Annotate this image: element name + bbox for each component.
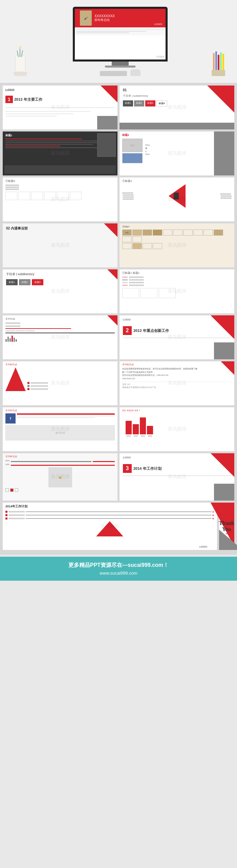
decoration-vase — [7, 55, 34, 76]
gray-corner-decoration — [97, 116, 117, 129]
slide-title3-right: ①标题3 XXXXXXXX ·XXXXXXXX ·XXXXXXXX ·XXXXX… — [120, 177, 234, 221]
title1-list-header: ①标题1 标题1 — [122, 271, 232, 275]
slide-title-lines: ①TITLE XXXXXXXXXXX XXXXXXXXXXX XXXXXXX X… — [3, 315, 117, 359]
slide-tritle-chart: ①TRITLE XXXXXXXXXXXXX XXXXXXXXXXXXX — [3, 361, 117, 405]
slides-row-2: 标题1 菜鸟图库 标题2 IMG XXxx — [3, 131, 234, 175]
monitor: 🎤 XXXXXXXXX 部年终总结 LOGO 菜鸟图库 — [39, 7, 201, 76]
tab-1[interactable]: 标题1 — [123, 100, 133, 106]
slide-hand-tritle: ①TRITLE XXX XXX ✍ 菜鸟图 — [3, 453, 117, 501]
slide-02-title: 02 内通事业部 — [6, 226, 114, 231]
screen-logo: LOGO — [154, 23, 162, 26]
screen-title2: 部年终总结 — [94, 18, 115, 22]
slide-2013-key-work: LOGO 2 2013 年重点创新工作 菜鸟图库 — [120, 315, 234, 359]
plan-2014-title: 2014年工作计划 — [5, 504, 214, 509]
quote-close: ” — [219, 532, 234, 538]
banner-url: www.sucai999.com — [7, 571, 230, 576]
xxxx-label: XX XXXX XX * — [122, 409, 232, 412]
slide-02-section: 02 内通事业部 菜鸟图库 — [3, 223, 117, 267]
slide-2014-plan-detail: 2014年工作计划 XXXXXXXXXXXX ▶ XXXXXXXXXXXX ▶ … — [3, 503, 217, 550]
slides-row-6: ①TITLE XXXXXXXXXXX XXXXXXXXXXX XXXXXXX X… — [3, 315, 234, 359]
banner-main-text: 更多精品PPT资源尽在—sucai999.com！ — [7, 562, 230, 569]
slide-title1-list: ①标题1 标题1 XXXX XXXXXXXXXX1 XXXX XXXXXXXXX… — [120, 269, 234, 313]
quote-open: “ — [219, 514, 234, 520]
slide-logo: LOGO — [5, 88, 15, 92]
slides-container: LOGO 1 2013 年主要工作 菜鸟图库 01 子目录 | subdirec… — [0, 83, 237, 555]
slide-number-badge: 1 — [5, 96, 13, 103]
tritle-hand-label: ①TRITLE — [5, 455, 115, 458]
slide-2014-title: 2014 年工作计划 — [133, 466, 161, 471]
tab-4[interactable]: 标题4 — [156, 100, 167, 106]
slide-01-title: 01 子目录 | subdirectory 标题1 标题2 标题3 标题4 菜鸟… — [120, 86, 234, 129]
slide3-number: 3 — [123, 464, 132, 473]
tritle-label3: ①TRITLE — [5, 409, 115, 412]
slide-2013-key-title: 2013 年重点创新工作 — [133, 328, 169, 333]
slide-main-work: LOGO 1 2013 年主要工作 菜鸟图库 — [3, 86, 117, 129]
tab-3[interactable]: 标题3 — [145, 100, 155, 106]
slide-watermark: 菜鸟图库 — [3, 242, 117, 248]
tab-btn-2[interactable]: 标题2 — [19, 279, 30, 285]
slide-title3-left: ①标题3 XXXXXXXXXXXXXXXXXXXXXXXXXXXXXX 菜鸟图库 — [3, 177, 117, 221]
screen-watermark: 菜鸟图库 — [156, 55, 165, 58]
slide-bar-chart: XX XXXX XX * XXX XXX XXX — [120, 407, 234, 451]
slide-subdirectory: 子目录 | subdirectory 标题1 标题2 标题3 菜鸟图库 — [3, 269, 117, 313]
red-corner-decoration — [101, 86, 117, 102]
slide-main-work-title: 2013 年主要工作 — [14, 97, 42, 102]
tritle-label2: ②TRITLE — [122, 363, 232, 366]
slides-row-7: ①TRITLE XXXXXXXXXXXXX XXXXXXXXXXXXX — [3, 361, 234, 405]
slide-watermark: 菜鸟图库 — [3, 288, 117, 294]
thank-you-line1: Thank — [219, 520, 234, 526]
slides-row-4: 02 内通事业部 菜鸟图库 ①title* 标题 — [3, 223, 234, 267]
slides-row-3: ①标题3 XXXXXXXXXXXXXXXXXXXXXXXXXXXXXX 菜鸟图库… — [3, 177, 234, 221]
tritle-label1: ①TRITLE — [5, 363, 115, 366]
slides-row-1: LOGO 1 2013 年主要工作 菜鸟图库 01 子目录 | subdirec… — [3, 86, 234, 129]
slides-row-5: 子目录 | subdirectory 标题1 标题2 标题3 菜鸟图库 ①标题1… — [3, 269, 234, 313]
slide-thank-you: “ Thank You ” LOGO 菜鸟图库 — [219, 503, 234, 550]
monitor-screen: 🎤 XXXXXXXXX 部年终总结 LOGO 菜鸟图库 — [75, 9, 166, 59]
slide-2014-plan: LOGO 3 2014 年工作计划 菜鸟图库 — [120, 453, 234, 501]
slide-tritle-detail: ②TRITLE 您这是需要获取帮助或咨询信息，您可以在这里获取您想要的内容，如果… — [120, 361, 234, 405]
slides-row-8: ①TRITLE f 图片区域 菜鸟图库 XX XXXX XX * — [3, 407, 234, 451]
slide-dark-title1: 标题1 菜鸟图库 — [3, 131, 117, 175]
gray-bottom-bar — [120, 123, 234, 129]
tab-btn-1[interactable]: 标题1 — [6, 279, 18, 285]
slides-row-10: 2014年工作计划 XXXXXXXXXXXX ▶ XXXXXXXXXXXX ▶ … — [3, 503, 234, 550]
slide-social-tritle: ①TRITLE f 图片区域 菜鸟图库 — [3, 407, 117, 451]
subdirectory-label2: 子目录 | subdirectory — [6, 272, 114, 276]
slides-row-9: ①TRITLE XXX XXX ✍ 菜鸟图 — [3, 453, 234, 501]
tab-btn-3[interactable]: 标题3 — [32, 279, 43, 285]
slide-image-content: 标题2 IMG XXxx X X xXxx 菜鸟图库 — [120, 131, 234, 175]
red-triangle-decoration — [207, 86, 234, 113]
tab-2[interactable]: 标题2 — [134, 100, 144, 106]
thank-you-line2: You — [219, 526, 234, 532]
thank-you-logo: LOGO — [199, 545, 207, 548]
screen-title1: XXXXXXXXX — [94, 14, 115, 18]
thank-you-text: “ Thank You ” — [219, 514, 234, 538]
slide-title-star: ①title* 标题 — [120, 223, 234, 267]
decoration-pencils — [207, 50, 230, 76]
bottom-banner: 更多精品PPT资源尽在—sucai999.com！ www.sucai999.c… — [0, 557, 237, 581]
slide2-number: 2 — [123, 326, 132, 335]
top-preview-section: 🎤 XXXXXXXXX 部年终总结 LOGO 菜鸟图库 — [0, 0, 237, 83]
